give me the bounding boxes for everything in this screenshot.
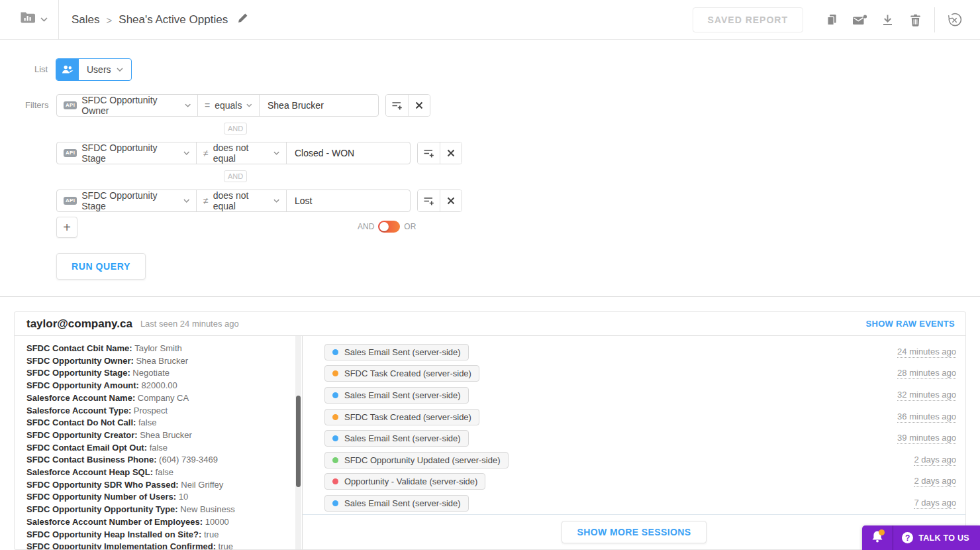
filter-operator-dropdown[interactable]: ≠ does not equal bbox=[196, 142, 286, 164]
user-property-label: SFDC Contact Cbit Name: bbox=[26, 343, 134, 353]
event-timestamp[interactable]: 32 minutes ago bbox=[897, 390, 956, 401]
remove-filter-icon[interactable] bbox=[440, 142, 462, 164]
event-timestamp[interactable]: 2 days ago bbox=[914, 476, 956, 487]
talk-to-us-label: TALK TO US bbox=[918, 533, 969, 543]
filter-row: API SFDC Opportunity Stage ≠ does not eq… bbox=[56, 142, 462, 164]
event-pill[interactable]: Sales Email Sent (server-side) bbox=[324, 495, 469, 512]
user-property-label: SFDC Opportunity Opportunity Type: bbox=[26, 504, 180, 514]
remove-filter-icon[interactable] bbox=[408, 95, 430, 116]
user-property-label: Salesforce Account Heap SQL: bbox=[26, 467, 156, 477]
user-property-row: SFDC Opportunity Amount: 82000.00 bbox=[26, 380, 287, 392]
user-card-body: SFDC Contact Cbit Name: Taylor Smith SFD… bbox=[15, 336, 965, 549]
operator-label: does not equal bbox=[213, 190, 269, 211]
filter-value-input[interactable] bbox=[287, 190, 410, 211]
user-property-label: SFDC Opportunity SDR Who Passed: bbox=[26, 480, 181, 490]
properties-scrollbar-thumb[interactable] bbox=[296, 396, 301, 487]
add-filter-button[interactable]: + bbox=[56, 217, 77, 238]
filter-field-dropdown[interactable]: API SFDC Opportunity Stage bbox=[57, 142, 196, 164]
api-badge: API bbox=[64, 149, 77, 157]
and-toggle-label: AND bbox=[358, 222, 374, 231]
user-property-row: Salesforce Account Heap SQL: false bbox=[26, 467, 287, 479]
event-pill[interactable]: SFDC Opportunity Updated (server-side) bbox=[324, 452, 509, 468]
event-row: SFDC Task Created (server-side) 36 minut… bbox=[303, 406, 965, 428]
list-type-dropdown[interactable]: Users bbox=[56, 58, 132, 81]
event-pill[interactable]: SFDC Task Created (server-side) bbox=[324, 365, 479, 382]
report-type-dropdown[interactable] bbox=[20, 10, 48, 27]
add-filter-condition-icon[interactable] bbox=[418, 190, 440, 211]
event-color-dot bbox=[332, 414, 338, 420]
user-result-card: taylor@company.ca Last seen 24 minutes a… bbox=[14, 311, 966, 550]
topbar-actions-divider bbox=[934, 7, 935, 32]
filter-operator-dropdown[interactable]: ≠ does not equal bbox=[196, 190, 286, 211]
event-timestamp[interactable]: 39 minutes ago bbox=[897, 433, 956, 444]
help-question-icon: ? bbox=[902, 532, 913, 543]
event-pill[interactable]: SFDC Task Created (server-side) bbox=[324, 409, 479, 425]
event-label: Sales Email Sent (server-side) bbox=[344, 347, 461, 357]
add-filter-condition-icon[interactable] bbox=[418, 142, 440, 164]
user-property-row: SFDC Opportunity Implementation Confirme… bbox=[26, 541, 287, 549]
chevron-down-icon bbox=[185, 103, 191, 107]
or-toggle-label: OR bbox=[404, 222, 416, 231]
event-row: Sales Email Sent (server-side) 39 minute… bbox=[303, 427, 965, 449]
event-color-dot bbox=[332, 370, 338, 376]
copy-report-icon[interactable] bbox=[818, 13, 846, 27]
filter-field-dropdown[interactable]: API SFDC Opportunity Owner bbox=[57, 95, 197, 116]
list-label: List bbox=[34, 64, 48, 74]
clipped-property-row bbox=[26, 338, 287, 341]
user-property-label: SFDC Opportunity Number of Users: bbox=[26, 492, 179, 502]
remove-filter-icon[interactable] bbox=[440, 190, 462, 211]
user-property-value: Shea Brucker bbox=[140, 430, 192, 440]
add-filter-condition-icon[interactable] bbox=[386, 95, 408, 116]
talk-to-us-button[interactable]: ? TALK TO US bbox=[893, 525, 980, 550]
event-row: Opportunity - Validate (server-side) 2 d… bbox=[303, 471, 965, 493]
event-timestamp[interactable]: 36 minutes ago bbox=[897, 412, 956, 423]
user-property-value: Neil Griffey bbox=[181, 480, 223, 490]
filter-value-field bbox=[286, 142, 410, 164]
filter-value-input[interactable] bbox=[287, 142, 410, 164]
event-timestamp[interactable]: 28 minutes ago bbox=[897, 368, 956, 379]
and-or-toggle[interactable] bbox=[378, 221, 400, 233]
event-pill[interactable]: Sales Email Sent (server-side) bbox=[324, 387, 469, 404]
user-property-row: SFDC Contact Business Phone: (604) 739-3… bbox=[26, 454, 287, 467]
email-report-icon[interactable] bbox=[846, 14, 873, 27]
chevron-down-icon bbox=[40, 13, 48, 25]
event-timestamp[interactable]: 2 days ago bbox=[914, 455, 956, 466]
chevron-down-icon bbox=[183, 199, 189, 203]
filter-value-input[interactable] bbox=[260, 95, 378, 116]
edit-title-pencil-icon[interactable] bbox=[237, 13, 248, 27]
user-property-row: SFDC Contact Email Opt Out: false bbox=[26, 442, 287, 455]
show-raw-events-link[interactable]: SHOW RAW EVENTS bbox=[865, 319, 955, 329]
event-color-dot bbox=[332, 435, 338, 441]
operator-symbol: = bbox=[205, 100, 210, 111]
and-connector-badge: AND bbox=[224, 170, 247, 182]
last-seen-text: Last seen 24 minutes ago bbox=[140, 319, 239, 329]
notifications-bell-button[interactable] bbox=[862, 525, 893, 550]
saved-report-button[interactable]: SAVED REPORT bbox=[693, 7, 803, 32]
show-more-sessions-button[interactable]: SHOW MORE SESSIONS bbox=[562, 521, 706, 543]
user-property-value: 82000.00 bbox=[142, 380, 177, 390]
event-color-dot bbox=[332, 349, 338, 355]
breadcrumb-parent[interactable]: Sales bbox=[72, 13, 100, 27]
operator-symbol: ≠ bbox=[203, 148, 209, 158]
event-pill[interactable]: Sales Email Sent (server-side) bbox=[324, 430, 469, 447]
download-icon[interactable] bbox=[873, 14, 901, 27]
operator-label: does not equal bbox=[213, 142, 269, 164]
filter-field-value: SFDC Opportunity Stage bbox=[81, 190, 178, 211]
event-timestamp[interactable]: 24 minutes ago bbox=[897, 347, 956, 358]
event-timestamp[interactable]: 7 days ago bbox=[914, 498, 956, 509]
user-property-value: Negotiate bbox=[132, 368, 170, 378]
filter-field-value: SFDC Opportunity Owner bbox=[81, 95, 179, 116]
users-icon bbox=[56, 59, 79, 80]
run-query-button[interactable]: RUN QUERY bbox=[56, 253, 146, 280]
delete-report-icon[interactable] bbox=[901, 14, 929, 27]
event-label: SFDC Task Created (server-side) bbox=[344, 412, 471, 422]
clear-history-icon[interactable] bbox=[940, 13, 968, 28]
user-card-header: taylor@company.ca Last seen 24 minutes a… bbox=[15, 312, 965, 336]
event-pill[interactable]: Sales Email Sent (server-side) bbox=[324, 344, 469, 360]
filter-operator-dropdown[interactable]: = equals bbox=[197, 95, 259, 116]
filter-field-dropdown[interactable]: API SFDC Opportunity Stage bbox=[57, 190, 196, 211]
user-property-row: Salesforce Account Name: Company CA bbox=[26, 392, 287, 405]
properties-scrollbar-track[interactable] bbox=[295, 336, 301, 549]
event-pill[interactable]: Opportunity - Validate (server-side) bbox=[324, 473, 485, 490]
filter-value-field bbox=[286, 190, 410, 211]
